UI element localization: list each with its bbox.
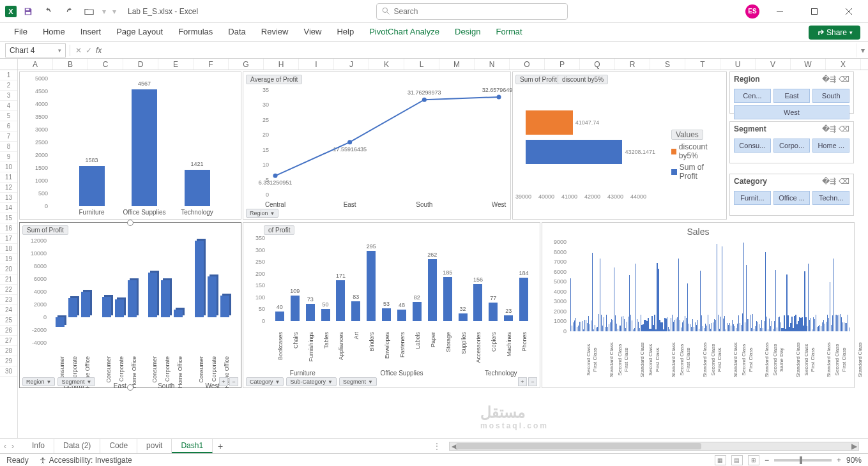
pivot-field-button[interactable]: Segment ▼ [339, 377, 377, 386]
row-header-5[interactable]: 5 [0, 111, 17, 121]
enter-formula-icon[interactable]: ✓ [86, 46, 92, 55]
column-header-P[interactable]: P [545, 59, 580, 70]
accessibility-status[interactable]: Accessibility: Investigate [39, 456, 132, 465]
sheet-nav-prev[interactable]: ‹ [4, 442, 6, 451]
column-header-W[interactable]: W [791, 59, 826, 70]
column-header-V[interactable]: V [756, 59, 791, 70]
sheet-tab-data2[interactable]: Data (2) [54, 439, 100, 453]
close-button[interactable] [835, 2, 863, 21]
sheet-tab-info[interactable]: Info [23, 439, 54, 453]
row-header-25[interactable]: 25 [0, 315, 17, 326]
row-header-30[interactable]: 30 [0, 366, 17, 377]
multi-select-icon[interactable]: �⇶ [822, 75, 836, 84]
slicer-item[interactable]: Office ... [773, 191, 811, 205]
fx-icon[interactable]: fx [96, 46, 102, 55]
scroll-thumb[interactable] [456, 443, 701, 449]
column-header-I[interactable]: I [299, 59, 334, 70]
column-header-B[interactable]: B [53, 59, 88, 70]
undo-button[interactable] [40, 3, 57, 20]
chart-sales[interactable]: Sales01000200030004000500060007000800090… [542, 222, 855, 388]
search-input[interactable] [394, 7, 562, 16]
column-header-K[interactable]: K [369, 59, 404, 70]
column-header-S[interactable]: S [650, 59, 685, 70]
column-header-G[interactable]: G [229, 59, 264, 70]
row-header-8[interactable]: 8 [0, 142, 17, 152]
slicer-item[interactable]: Corpo... [773, 139, 811, 153]
expand-collapse-button[interactable]: + [219, 377, 228, 386]
column-header-L[interactable]: L [404, 59, 439, 70]
column-header-R[interactable]: R [615, 59, 650, 70]
name-box[interactable]: Chart 4 ▾ [5, 43, 66, 57]
maximize-button[interactable] [800, 2, 828, 21]
row-header-22[interactable]: 22 [0, 285, 17, 295]
ribbon-tab-review[interactable]: Review [255, 24, 295, 40]
pivot-field-button[interactable]: Segment ▼ [57, 377, 95, 386]
page-layout-view-button[interactable]: ▤ [731, 455, 743, 465]
chart-avg-profit-by-region[interactable]: Average of Profit05101520253035Central6.… [243, 71, 511, 220]
column-header-A[interactable]: A [18, 59, 53, 70]
row-header-13[interactable]: 13 [0, 193, 17, 203]
row-header-29[interactable]: 29 [0, 356, 17, 366]
row-header-6[interactable]: 6 [0, 121, 17, 132]
row-header-4[interactable]: 4 [0, 101, 17, 111]
pivot-field-button[interactable]: Region ▼ [246, 209, 278, 218]
row-header-18[interactable]: 18 [0, 244, 17, 254]
formula-input[interactable] [102, 43, 857, 57]
horizontal-scrollbar[interactable]: ◀ ▶ [449, 442, 859, 451]
row-header-19[interactable]: 19 [0, 254, 17, 264]
qat-customize[interactable]: ▾ [112, 7, 116, 16]
row-header-24[interactable]: 24 [0, 305, 17, 315]
clear-filter-icon[interactable]: ⌫ [839, 177, 849, 186]
row-header-26[interactable]: 26 [0, 326, 17, 336]
row-header-14[interactable]: 14 [0, 203, 17, 213]
column-header-J[interactable]: J [334, 59, 369, 70]
row-header-3[interactable]: 3 [0, 91, 17, 101]
sheet-tab-dash1[interactable]: Dash1 [172, 439, 213, 453]
chart-profit-by-subcategory[interactable]: of Profit05010015020025030035040Bookcase… [243, 222, 540, 388]
normal-view-button[interactable]: ▦ [715, 455, 726, 465]
ribbon-tab-file[interactable]: File [8, 24, 34, 40]
sheet-scroll-options[interactable]: ⋮ [432, 441, 440, 451]
row-header-10[interactable]: 10 [0, 162, 17, 172]
column-header-D[interactable]: D [123, 59, 158, 70]
zoom-slider[interactable] [774, 459, 832, 462]
save-button[interactable] [19, 3, 37, 20]
slicer-item[interactable]: Consu... [734, 139, 771, 153]
slicer-segment[interactable]: Segment�⇶⌫Consu...Corpo...Home ... [729, 121, 854, 163]
ribbon-tab-format[interactable]: Format [489, 24, 528, 40]
slicer-item[interactable]: Cen... [734, 89, 771, 103]
slicer-item[interactable]: Home ... [812, 139, 849, 153]
slicer-item[interactable]: Techn... [812, 191, 849, 205]
column-header-N[interactable]: N [475, 59, 510, 70]
ribbon-tab-help[interactable]: Help [330, 24, 360, 40]
zoom-out-button[interactable]: − [765, 456, 769, 465]
sheet-nav-next[interactable]: › [11, 442, 14, 451]
row-header-9[interactable]: 9 [0, 152, 17, 162]
chart-profit-vs-discount[interactable]: Sum of Profitdiscount by5%41047.7443208.… [512, 71, 727, 220]
multi-select-icon[interactable]: �⇶ [822, 124, 836, 133]
column-header-T[interactable]: T [685, 59, 720, 70]
row-header-20[interactable]: 20 [0, 264, 17, 274]
column-header-Q[interactable]: Q [580, 59, 615, 70]
column-header-C[interactable]: C [88, 59, 123, 70]
open-file-button[interactable] [80, 3, 98, 20]
row-header-7[interactable]: 7 [0, 132, 17, 142]
slicer-region[interactable]: Region�⇶⌫Cen...EastSouthWest [729, 71, 854, 114]
expand-collapse-button[interactable]: − [528, 377, 537, 386]
share-button[interactable]: Share▾ [809, 26, 860, 40]
sheet-tab-povit[interactable]: povit [137, 439, 172, 453]
row-header-23[interactable]: 23 [0, 295, 17, 305]
row-header-2[interactable]: 2 [0, 80, 17, 91]
clear-filter-icon[interactable]: ⌫ [839, 124, 849, 133]
zoom-in-button[interactable]: + [837, 456, 841, 465]
redo-button[interactable] [60, 3, 78, 20]
column-header-E[interactable]: E [158, 59, 194, 70]
expand-collapse-button[interactable]: − [229, 377, 238, 386]
expand-formula-bar[interactable]: ▾ [857, 43, 868, 57]
chevron-down-icon[interactable]: ▾ [58, 47, 61, 54]
clear-filter-icon[interactable]: ⌫ [839, 75, 849, 84]
search-box[interactable] [376, 3, 568, 20]
ribbon-tab-home[interactable]: Home [36, 24, 72, 40]
row-header-15[interactable]: 15 [0, 213, 17, 223]
ribbon-tab-pivotchart-analyze[interactable]: PivotChart Analyze [363, 24, 446, 40]
